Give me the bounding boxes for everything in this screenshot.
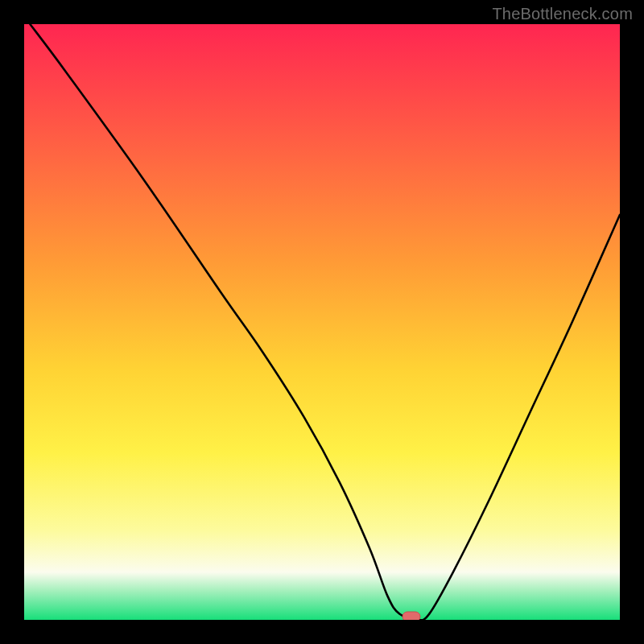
chart-frame: TheBottleneck.com	[0, 0, 644, 644]
watermark-text: TheBottleneck.com	[492, 5, 633, 23]
gradient-background	[24, 24, 620, 620]
minimum-marker	[402, 612, 420, 620]
bottleneck-chart	[24, 24, 620, 620]
